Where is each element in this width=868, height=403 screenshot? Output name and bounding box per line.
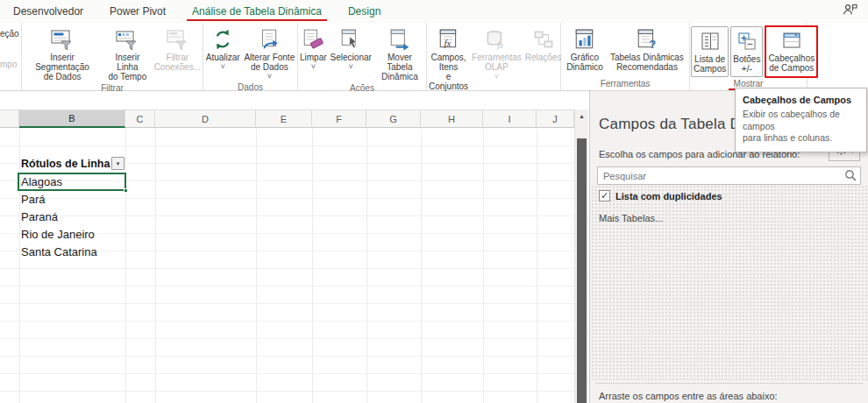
move-pivottable-icon [388, 26, 411, 53]
ribbon-group-calculos: fx Campos, Itens e Conjuntos ˅ fx Fe [427, 23, 561, 90]
excel-window: Desenvolvedor Power Pivot Análise de Tab… [0, 0, 868, 403]
column-header-h[interactable]: H [421, 110, 483, 128]
button-label: Campos, Itens e Conjuntos [429, 53, 468, 91]
column-header-a-sliver[interactable] [0, 110, 19, 128]
ribbon-group-cut-off: eção mpo [0, 23, 22, 90]
chevron-down-icon: ˅ [349, 63, 353, 71]
ribbon-group-ferramentas: Gráfico Dinâmico ? Tabelas Dinâmicas Rec… [561, 23, 690, 90]
clear-icon [302, 26, 324, 53]
chevron-down-icon: ˅ [494, 73, 499, 81]
scroll-up-arrow-icon[interactable]: ▲ [575, 110, 588, 123]
pivotchart-icon [573, 26, 596, 53]
recommended-pivottables-button[interactable]: ? Tabelas Dinâmicas Recomendadas [608, 25, 686, 78]
button-label: Ferramentas OLAP [472, 53, 522, 72]
gridline [312, 129, 313, 403]
pivot-row-cell[interactable]: Paraná [21, 208, 58, 225]
button-label: Mover Tabela Dinâmica [375, 53, 424, 81]
button-label: Tabelas Dinâmicas Recomendadas [610, 53, 684, 72]
gridline [421, 129, 422, 403]
change-data-source-icon [258, 26, 281, 53]
fields-items-sets-button[interactable]: fx Campos, Itens e Conjuntos ˅ [427, 25, 470, 101]
button-label: Atualizar [206, 53, 240, 62]
tab-desenvolvedor[interactable]: Desenvolvedor [13, 5, 83, 18]
gridline [19, 129, 20, 403]
fields-items-sets-icon: fx [438, 26, 460, 53]
column-header-e[interactable]: E [256, 110, 312, 128]
column-header-j[interactable]: J [537, 110, 574, 128]
fill-handle[interactable] [124, 188, 128, 193]
filter-connections-button[interactable]: Filtrar Conexões... [153, 25, 203, 82]
pivot-row-cell[interactable]: Santa Catarina [21, 243, 97, 260]
button-label: Botões +/- [733, 54, 760, 74]
clear-button[interactable]: Limpar ˅ [298, 25, 329, 82]
vertical-scrollbar[interactable]: ▲ [574, 110, 588, 403]
column-header-f[interactable]: F [312, 110, 366, 128]
svg-text:fx: fx [497, 40, 504, 50]
move-pivottable-button[interactable]: Mover Tabela Dinâmica [374, 25, 426, 82]
slicer-icon [50, 26, 75, 53]
refresh-icon [211, 26, 234, 53]
field-item-row[interactable]: ✓ Lista com duplicidades [599, 190, 722, 202]
plus-minus-icon [737, 28, 757, 54]
cut-label-fragment: eção [0, 29, 19, 39]
gridline [155, 129, 156, 403]
field-item-label: Lista com duplicidades [615, 191, 722, 202]
select-icon [339, 26, 362, 53]
column-header-c[interactable]: C [125, 110, 155, 128]
checkbox-checked-icon[interactable]: ✓ [599, 190, 610, 202]
active-cell-selection [18, 173, 126, 191]
gridline [125, 129, 126, 403]
insert-timeline-button[interactable]: Inserir Linha do Tempo [103, 25, 153, 82]
scrollbar-thumb[interactable] [577, 138, 587, 403]
button-label: Alterar Fonte de Dados [244, 53, 295, 72]
ribbon-tab-bar: Desenvolvedor Power Pivot Análise de Tab… [0, 0, 868, 23]
field-list-button[interactable]: Lista de Campos [691, 26, 729, 77]
select-button[interactable]: Selecionar ˅ [329, 25, 374, 82]
relationships-button[interactable]: Relações [523, 25, 564, 101]
column-header-b[interactable]: B [19, 110, 125, 128]
gridline [256, 129, 257, 403]
search-field [597, 166, 861, 185]
tab-power-pivot[interactable]: Power Pivot [110, 5, 166, 18]
svg-text:?: ? [649, 38, 656, 51]
relationships-icon [532, 26, 555, 53]
button-label: Filtrar Conexões... [154, 53, 201, 72]
search-icon[interactable] [844, 169, 857, 185]
field-headers-button-annotated[interactable]: Cabeçalhos de Campos [765, 25, 818, 78]
filter-connections-icon [165, 26, 189, 53]
more-tables-link[interactable]: Mais Tabelas... [599, 213, 663, 223]
column-header-g[interactable]: G [366, 110, 421, 128]
timeline-icon [115, 26, 139, 53]
gridline [537, 129, 537, 403]
column-headers: B C D E F G H I J [0, 110, 574, 128]
pivot-row-cell[interactable]: Pará [21, 190, 45, 208]
search-input[interactable] [597, 166, 861, 185]
tab-analise-label: Análise de Tabela Dinâmica [192, 5, 322, 18]
share-person-icon[interactable] [842, 3, 857, 20]
refresh-button[interactable]: Atualizar ˅ [204, 25, 242, 81]
pivot-row-labels-header-cell[interactable]: Rótulos de Linha [21, 155, 110, 173]
recommended-pivottables-icon: ? [636, 26, 658, 53]
pane-separator [595, 383, 863, 384]
button-label: Inserir Segmentação de Dados [24, 53, 101, 81]
pivotchart-button[interactable]: Gráfico Dinâmico [565, 25, 605, 78]
insert-slicer-button[interactable]: Inserir Segmentação de Dados [22, 25, 103, 82]
column-header-i[interactable]: I [483, 110, 537, 128]
column-header-d[interactable]: D [155, 110, 256, 128]
cut-label-fragment-disabled: mpo [0, 60, 17, 69]
filter-dropdown-button[interactable]: ▾ [111, 157, 125, 170]
chevron-down-icon: ˅ [221, 63, 225, 71]
plus-minus-buttons-button[interactable]: Botões +/- [730, 26, 763, 77]
worksheet: B C D E F G H I J Rótulos de Linha ▾ Ala… [0, 91, 589, 403]
pivot-row-cell[interactable]: Rio de Janeiro [21, 225, 95, 243]
svg-text:fx: fx [444, 38, 451, 48]
tab-analise-tabela-dinamica[interactable]: Análise de Tabela Dinâmica [192, 5, 322, 18]
olap-tools-button[interactable]: fx Ferramentas OLAP ˅ [470, 25, 523, 101]
olap-tools-icon: fx [485, 26, 508, 53]
group-label-ferramentas: Ferramentas [561, 78, 689, 90]
field-headers-icon [782, 27, 801, 53]
gridline [483, 129, 484, 403]
change-data-source-button[interactable]: Alterar Fonte de Dados ˅ [242, 25, 296, 81]
tab-design[interactable]: Design [348, 5, 381, 18]
button-label: Relações [525, 53, 562, 62]
